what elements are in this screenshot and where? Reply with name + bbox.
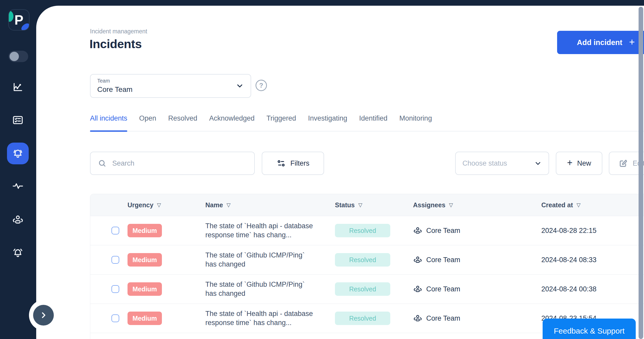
filters-label: Filters xyxy=(290,159,310,167)
pulse-icon xyxy=(12,180,24,192)
report-icon xyxy=(12,114,24,126)
column-header-name[interactable]: Name ▽ xyxy=(205,201,335,209)
sort-filter-icon[interactable]: ▽ xyxy=(227,202,230,208)
sort-filter-icon[interactable]: ▽ xyxy=(358,202,362,208)
team-icon xyxy=(413,226,422,235)
sidebar-expand-button[interactable] xyxy=(33,305,54,326)
status-badge: Resolved xyxy=(335,224,390,237)
logo-letter: P xyxy=(9,10,29,30)
app-logo[interactable]: P xyxy=(8,9,29,31)
status-badge: Resolved xyxy=(335,282,390,296)
tab-monitoring[interactable]: Monitoring xyxy=(399,114,432,131)
urgency-badge: Medium xyxy=(128,312,162,325)
table-row[interactable]: Medium The state of `Health api - databa… xyxy=(90,216,644,245)
add-incident-button[interactable]: Add incident + xyxy=(557,31,644,54)
breadcrumb: Incident management xyxy=(90,28,147,35)
status-cell: Resolved xyxy=(335,224,413,237)
column-header-created-at[interactable]: Created at ▽ xyxy=(541,201,644,209)
chevron-down-icon xyxy=(534,159,542,167)
tab-resolved[interactable]: Resolved xyxy=(168,114,197,131)
feedback-support-button[interactable]: Feedback & Support xyxy=(543,319,636,339)
help-icon[interactable]: ? xyxy=(256,80,267,91)
choose-status-select[interactable]: Choose status xyxy=(455,152,549,175)
status-badge: Resolved xyxy=(335,312,390,325)
team-icon xyxy=(413,284,422,294)
team-select[interactable]: Team Core Team xyxy=(90,74,251,98)
team-icon xyxy=(413,314,422,323)
new-button[interactable]: + New xyxy=(556,152,602,175)
assignees-cell: Core Team xyxy=(413,255,541,264)
tab-open[interactable]: Open xyxy=(139,114,156,131)
sort-filter-icon[interactable]: ▽ xyxy=(576,202,580,208)
team-select-value: Core Team xyxy=(97,85,132,94)
created-at-cell: 2024-08-24 00:38 xyxy=(541,285,644,293)
team-icon xyxy=(12,214,24,226)
sidebar-item-analytics[interactable] xyxy=(7,76,29,98)
sort-filter-icon[interactable]: ▽ xyxy=(157,202,161,208)
assignees-cell: Core Team xyxy=(413,284,541,294)
incident-name[interactable]: The state of `Github ICMP/Ping` has chan… xyxy=(205,280,317,298)
status-cell: Resolved xyxy=(335,282,413,296)
column-header-urgency[interactable]: Urgency ▽ xyxy=(128,201,205,209)
plus-icon: + xyxy=(567,157,572,168)
edit-pencil-icon xyxy=(619,159,628,168)
assignee-team-name: Core Team xyxy=(426,256,460,264)
sidebar-item-heartbeats[interactable] xyxy=(7,175,29,197)
incident-name[interactable]: The state of `Health api - database resp… xyxy=(205,309,317,327)
checkbox-cell xyxy=(90,285,128,293)
sidebar-item-alerts[interactable] xyxy=(7,242,29,264)
sort-filter-icon[interactable]: ▽ xyxy=(449,202,453,208)
chevron-right-icon xyxy=(39,311,48,320)
tab-investigating[interactable]: Investigating xyxy=(308,114,347,131)
row-checkbox[interactable] xyxy=(111,314,119,322)
sidebar-item-teams[interactable] xyxy=(7,209,29,231)
plus-icon: + xyxy=(629,37,635,47)
assignee-team-name: Core Team xyxy=(426,285,460,293)
filters-button[interactable]: Filters xyxy=(262,152,324,175)
status-cell: Resolved xyxy=(335,312,413,325)
search-input[interactable] xyxy=(112,159,254,168)
column-header-assignees[interactable]: Assignees ▽ xyxy=(413,201,541,209)
tab-all-incidents[interactable]: All incidents xyxy=(90,114,127,131)
urgency-cell: Medium xyxy=(128,253,205,267)
sidebar-item-incidents[interactable] xyxy=(7,143,29,164)
search-input-wrapper xyxy=(90,152,255,175)
row-checkbox[interactable] xyxy=(111,285,119,293)
row-checkbox[interactable] xyxy=(111,256,119,264)
page-title: Incidents xyxy=(89,37,142,51)
incidents-table: Urgency ▽ Name ▽ Status ▽ Assignees ▽ Cr… xyxy=(90,194,644,339)
urgency-cell: Medium xyxy=(128,282,205,296)
urgency-badge: Medium xyxy=(128,224,162,237)
tab-acknowledged[interactable]: Acknowledged xyxy=(209,114,255,131)
tab-identified[interactable]: Identified xyxy=(359,114,388,131)
chevron-down-icon xyxy=(236,82,244,90)
checkbox-cell xyxy=(90,227,128,234)
incident-name[interactable]: The state of `Github ICMP/Ping` has chan… xyxy=(205,251,317,269)
incident-name[interactable]: The state of `Health api - database resp… xyxy=(205,222,317,240)
assignee-team-name: Core Team xyxy=(426,314,460,322)
status-badge: Resolved xyxy=(335,253,390,267)
team-icon xyxy=(413,255,422,264)
column-header-status[interactable]: Status ▽ xyxy=(335,201,413,209)
new-label: New xyxy=(577,159,591,167)
bell-icon xyxy=(12,148,24,159)
table-row[interactable]: Medium The state of `Github ICMP/Ping` h… xyxy=(90,245,644,275)
search-icon xyxy=(98,159,107,168)
checkbox-cell xyxy=(90,256,128,264)
team-select-label: Team xyxy=(97,78,110,84)
filters-icon xyxy=(276,159,286,168)
urgency-badge: Medium xyxy=(128,253,162,267)
assignee-team-name: Core Team xyxy=(426,227,460,235)
sidebar-item-reports[interactable] xyxy=(7,109,29,131)
vertical-scrollbar-thumb[interactable] xyxy=(639,7,643,339)
tab-triggered[interactable]: Triggered xyxy=(266,114,296,131)
table-row[interactable]: Medium The state of `Github ICMP/Ping` h… xyxy=(90,275,644,304)
created-at-cell: 2024-08-28 22:15 xyxy=(541,227,644,235)
row-checkbox[interactable] xyxy=(111,227,119,234)
urgency-cell: Medium xyxy=(128,224,205,237)
sidebar: P xyxy=(0,0,36,339)
checkbox-cell xyxy=(90,314,128,322)
urgency-badge: Medium xyxy=(128,282,162,296)
assignees-cell: Core Team xyxy=(413,314,541,323)
sidebar-toggle[interactable] xyxy=(9,51,28,62)
